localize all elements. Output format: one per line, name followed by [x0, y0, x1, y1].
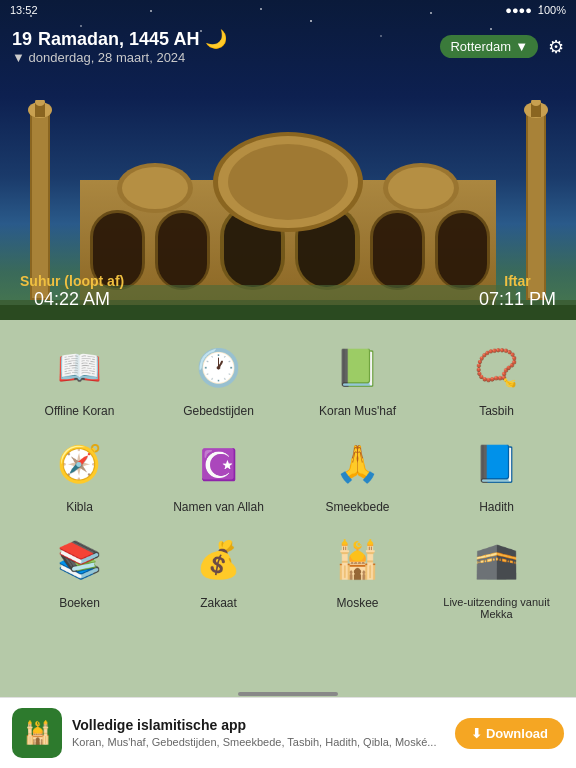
tasbih-icon: 📿: [467, 338, 527, 398]
grid-item-namen-van-allah[interactable]: ☪️ Namen van Allah: [159, 434, 279, 514]
location-button[interactable]: Rotterdam ▼: [440, 35, 538, 58]
svg-rect-27: [528, 112, 544, 298]
date-info: 19 Ramadan, 1445 AH 🌙 ▼ donderdag, 28 ma…: [12, 28, 227, 65]
grid-row-1: 📖 Offline Koran 🕐 Gebedstijden 📗 Koran M…: [0, 330, 576, 426]
grid-item-kibla[interactable]: 🧭 Kibla: [20, 434, 140, 514]
suhur-box: Suhur (loopt af) 04:22 AM: [20, 273, 124, 310]
app-banner: 🕌 Volledige islamitische app Koran, Mus'…: [0, 697, 576, 768]
zakaat-icon: 💰: [189, 530, 249, 590]
scroll-indicator: [238, 692, 338, 696]
location-name: Rotterdam: [450, 39, 511, 54]
boeken-label: Boeken: [59, 596, 100, 610]
offline-koran-icon: 📖: [50, 338, 110, 398]
kibla-label: Kibla: [66, 500, 93, 514]
status-time: 13:52: [10, 4, 38, 16]
tasbih-label: Tasbih: [479, 404, 514, 418]
suhur-time: 04:22 AM: [20, 289, 124, 310]
download-icon: ⬇: [471, 726, 482, 741]
banner-title: Volledige islamitische app: [72, 717, 445, 733]
status-bar: 13:52 ●●●● 100%: [0, 0, 576, 20]
offline-koran-label: Offline Koran: [45, 404, 115, 418]
svg-point-20: [388, 167, 454, 209]
banner-text-block: Volledige islamitische app Koran, Mus'ha…: [72, 717, 445, 749]
grid-item-gebedstijden[interactable]: 🕐 Gebedstijden: [159, 338, 279, 418]
koran-mushaf-icon: 📗: [328, 338, 388, 398]
live-mekka-icon: 🕋: [467, 530, 527, 590]
battery-status: 100%: [538, 4, 566, 16]
banner-subtitle: Koran, Mus'haf, Gebedstijden, Smeekbede,…: [72, 735, 445, 749]
moskee-icon: 🕌: [328, 530, 388, 590]
koran-mushaf-label: Koran Mus'haf: [319, 404, 396, 418]
svg-rect-22: [32, 112, 48, 298]
grid-item-offline-koran[interactable]: 📖 Offline Koran: [20, 338, 140, 418]
svg-point-16: [228, 144, 348, 220]
hadith-icon: 📘: [467, 434, 527, 494]
prayer-times: Suhur (loopt af) 04:22 AM Iftar 07:11 PM: [0, 273, 576, 310]
smeekbede-label: Smeekbede: [325, 500, 389, 514]
iftar-time: 07:11 PM: [479, 289, 556, 310]
hadith-label: Hadith: [479, 500, 514, 514]
grid-section: 📖 Offline Koran 🕐 Gebedstijden 📗 Koran M…: [0, 320, 576, 703]
grid-item-smeekbede[interactable]: 🙏 Smeekbede: [298, 434, 418, 514]
grid-item-boeken[interactable]: 📚 Boeken: [20, 530, 140, 620]
iftar-box: Iftar 07:11 PM: [479, 273, 556, 310]
namen-van-allah-label: Namen van Allah: [173, 500, 264, 514]
hero-section: 13:52 ●●●● 100% 19 Ramadan, 1445 AH 🌙 ▼ …: [0, 0, 576, 320]
moon-icon: 🌙: [205, 28, 227, 50]
gebedstijden-icon: 🕐: [189, 338, 249, 398]
signal-icon: ●●●●: [505, 4, 532, 16]
grid-row-2: 🧭 Kibla ☪️ Namen van Allah 🙏 Smeekbede 📘…: [0, 426, 576, 522]
banner-logo-icon: 🕌: [24, 720, 51, 746]
suhur-label: Suhur (loopt af): [20, 273, 124, 289]
grid-row-3: 📚 Boeken 💰 Zakaat 🕌 Moskee 🕋 Live-uitzen…: [0, 522, 576, 628]
banner-logo: 🕌: [12, 708, 62, 758]
kibla-icon: 🧭: [50, 434, 110, 494]
settings-button[interactable]: ⚙: [548, 36, 564, 58]
grid-item-moskee[interactable]: 🕌 Moskee: [298, 530, 418, 620]
hijri-month-year: Ramadan, 1445 AH: [38, 29, 199, 50]
grid-item-zakaat[interactable]: 💰 Zakaat: [159, 530, 279, 620]
gregorian-date: ▼ donderdag, 28 maart, 2024: [12, 50, 227, 65]
grid-item-hadith[interactable]: 📘 Hadith: [437, 434, 557, 514]
gebedstijden-label: Gebedstijden: [183, 404, 254, 418]
header: 19 Ramadan, 1445 AH 🌙 ▼ donderdag, 28 ma…: [0, 20, 576, 75]
iftar-label: Iftar: [479, 273, 556, 289]
namen-van-allah-icon: ☪️: [189, 434, 249, 494]
hijri-day: 19: [12, 29, 32, 50]
grid-item-koran-mushaf[interactable]: 📗 Koran Mus'haf: [298, 338, 418, 418]
location-arrow: ▼: [515, 39, 528, 54]
download-button[interactable]: ⬇ Download: [455, 718, 564, 749]
svg-point-18: [122, 167, 188, 209]
grid-item-tasbih[interactable]: 📿 Tasbih: [437, 338, 557, 418]
boeken-icon: 📚: [50, 530, 110, 590]
zakaat-label: Zakaat: [200, 596, 237, 610]
moskee-label: Moskee: [336, 596, 378, 610]
download-label: Download: [486, 726, 548, 741]
grid-item-live-mekka[interactable]: 🕋 Live-uitzending vanuit Mekka: [437, 530, 557, 620]
live-mekka-label: Live-uitzending vanuit Mekka: [437, 596, 557, 620]
smeekbede-icon: 🙏: [328, 434, 388, 494]
